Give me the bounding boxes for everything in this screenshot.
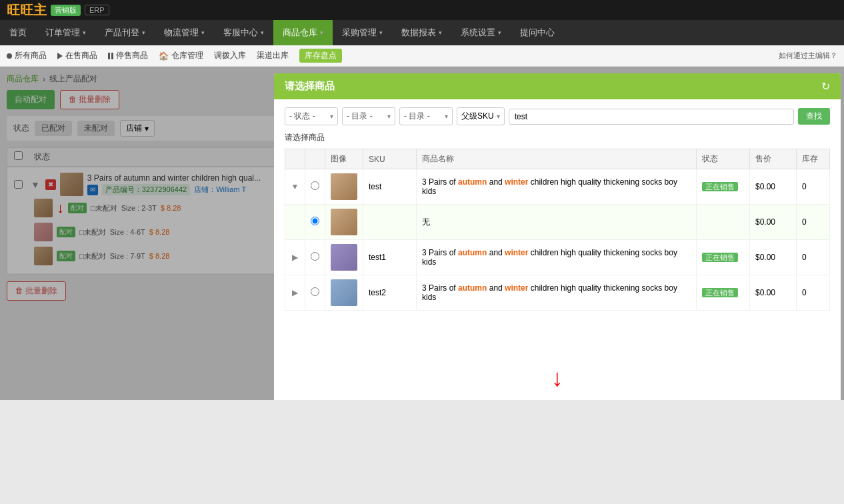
sku-cell-2: test1 [363, 240, 417, 275]
modal-overlay: 请选择商品 ↻ - 状态 - ▾ - 目录 - ▾ - 目录 - [0, 67, 844, 400]
subnav-transfer[interactable]: 调拨入库 [214, 50, 246, 61]
table-row: ▶ test2 3 Pairs of autumn and winter chi… [285, 275, 830, 311]
th-stock: 库存 [797, 149, 830, 169]
subnav-channel-out[interactable]: 渠道出库 [257, 50, 289, 61]
product-table: 图像 SKU 商品名称 状态 售价 库存 ▼ [285, 149, 830, 311]
subnav-stopped[interactable]: 停售商品 [108, 50, 148, 61]
status-filter-label: - 状态 - [289, 111, 327, 122]
radio-cell-3[interactable] [305, 275, 325, 311]
logo-area: 旺旺主 营销版 ERP [7, 1, 109, 19]
modal-header: 请选择商品 ↻ [274, 73, 841, 99]
radio-cell-sub[interactable] [305, 205, 325, 240]
status-badge-2: 正在销售 [702, 253, 738, 262]
nav-item-orders[interactable]: 订单管理 ▾ [36, 20, 95, 45]
refresh-icon[interactable]: ↻ [821, 80, 830, 93]
nav-item-data[interactable]: 数据报表 ▾ [392, 20, 451, 45]
price-cell-3: $0.00 [750, 275, 797, 311]
radio-cell-1[interactable] [305, 169, 325, 205]
logo-text: 旺旺主 [7, 1, 47, 19]
expand-cell-3[interactable]: ▶ [285, 275, 305, 311]
down-arrow-indicator: ↓ [551, 364, 563, 392]
nav-item-products[interactable]: 产品刊登 ▾ [95, 20, 155, 45]
modal-body: - 状态 - ▾ - 目录 - ▾ - 目录 - ▾ 父级SKU ▾ [274, 99, 841, 400]
table-header: 图像 SKU 商品名称 状态 售价 库存 [285, 149, 830, 169]
parent-sku-filter[interactable]: 父级SKU ▾ [457, 107, 505, 125]
parent-sku-label: 父级SKU [461, 111, 494, 122]
img-cell-2 [325, 240, 363, 275]
th-sku: SKU [363, 149, 417, 169]
category2-filter[interactable]: - 目录 - ▾ [399, 107, 453, 125]
th-status: 状态 [697, 149, 750, 169]
sub-nav: 所有商品 在售商品 停售商品 🏠 仓库管理 调拨入库 渠道出库 库存盘点 如何通… [0, 45, 844, 67]
name-cell-2: 3 Pairs of autumn and winter children hi… [417, 240, 697, 275]
img-cell-3 [325, 275, 363, 311]
radio-1[interactable] [311, 181, 319, 190]
th-check [285, 149, 305, 169]
nav-bar: 首页 订单管理 ▾ 产品刊登 ▾ 物流管理 ▾ 客服中心 ▾ 商品仓库 ▾ 采购… [0, 20, 844, 45]
nav-item-warehouse[interactable]: 商品仓库 ▾ [273, 20, 333, 45]
radio-sub[interactable] [311, 217, 319, 225]
price-cell-2: $0.00 [750, 240, 797, 275]
radio-3[interactable] [311, 287, 319, 296]
sku-cell-sub [363, 205, 417, 240]
subnav-right-help[interactable]: 如何通过主编辑？ [779, 51, 837, 61]
search-input[interactable] [509, 109, 794, 125]
expand-cell-1[interactable]: ▼ [285, 169, 305, 205]
product-img-2 [331, 244, 357, 271]
radio-cell-2[interactable] [305, 240, 325, 275]
table-sub-row: 无 $0.00 0 [285, 205, 830, 240]
search-button[interactable]: 查找 [798, 108, 830, 125]
status-cell-2: 正在销售 [697, 240, 750, 275]
category1-filter-label: - 目录 - [347, 111, 385, 122]
product-img-1 [331, 173, 357, 200]
table-row: ▼ test 3 Pairs of autumn and winter chil… [285, 169, 830, 205]
nav-item-settings[interactable]: 系统设置 ▾ [451, 20, 511, 45]
price-cell-1: $0.00 [750, 169, 797, 205]
top-header: 旺旺主 营销版 ERP [0, 0, 844, 20]
radio-2[interactable] [311, 252, 319, 261]
stock-cell-2: 0 [797, 240, 830, 275]
nav-item-customer[interactable]: 客服中心 ▾ [214, 20, 273, 45]
main-content: 商品仓库 › 线上产品配对 自动配对 🗑 批量删除 状态 已配对 未配对 店铺 … [0, 67, 844, 400]
nav-item-home[interactable]: 首页 [0, 20, 36, 45]
status-cell-3: 正在销售 [697, 275, 750, 311]
modal-title: 请选择商品 [285, 80, 335, 93]
status-badge-3: 正在销售 [702, 288, 738, 297]
nav-item-logistics[interactable]: 物流管理 ▾ [155, 20, 214, 45]
badge-erp[interactable]: ERP [85, 5, 109, 15]
status-cell-1: 正在销售 [697, 169, 750, 205]
stock-cell-1: 0 [797, 169, 830, 205]
status-badge-1: 正在销售 [702, 182, 738, 191]
subnav-warehouse[interactable]: 🏠 仓库管理 [159, 50, 203, 61]
sku-cell-1: test [363, 169, 417, 205]
name-cell-1: 3 Pairs of autumn and winter children hi… [417, 169, 697, 205]
nav-item-help[interactable]: 提问中心 [511, 20, 564, 45]
expand-cell-2[interactable]: ▶ [285, 240, 305, 275]
category2-filter-label: - 目录 - [404, 111, 442, 122]
name-cell-sub: 无 [417, 205, 697, 240]
status-filter[interactable]: - 状态 - ▾ [285, 107, 338, 125]
name-cell-3: 3 Pairs of autumn and winter children hi… [417, 275, 697, 311]
modal-dialog: 请选择商品 ↻ - 状态 - ▾ - 目录 - ▾ - 目录 - [274, 73, 841, 400]
subnav-all[interactable]: 所有商品 [7, 50, 47, 61]
arrow-indicator-area: ↓ [285, 364, 830, 392]
modal-sub-label: 请选择商品 [285, 132, 830, 143]
th-name: 商品名称 [417, 149, 697, 169]
stock-cell-sub: 0 [797, 205, 830, 240]
img-cell-1 [325, 169, 363, 205]
nav-item-purchase[interactable]: 采购管理 ▾ [333, 20, 392, 45]
product-img-3 [331, 279, 357, 306]
img-cell-sub [325, 205, 363, 240]
badge-marketing[interactable]: 营销版 [51, 5, 81, 16]
status-cell-sub [697, 205, 750, 240]
th-price: 售价 [750, 149, 797, 169]
sku-cell-3: test2 [363, 275, 417, 311]
th-radio [305, 149, 325, 169]
stock-cell-3: 0 [797, 275, 830, 311]
modal-filters: - 状态 - ▾ - 目录 - ▾ - 目录 - ▾ 父级SKU ▾ [285, 107, 830, 125]
subnav-selling[interactable]: 在售商品 [57, 50, 97, 61]
category1-filter[interactable]: - 目录 - ▾ [342, 107, 395, 125]
subnav-inventory[interactable]: 库存盘点 [299, 49, 342, 63]
table-body: ▼ test 3 Pairs of autumn and winter chil… [285, 169, 830, 311]
sub-product-img [331, 209, 357, 235]
